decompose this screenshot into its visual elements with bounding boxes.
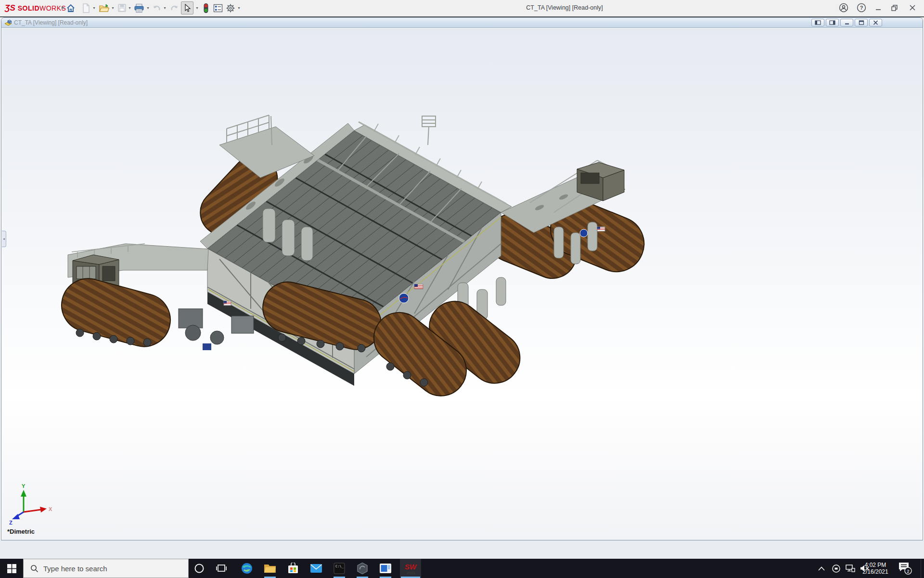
- collapse-left-pane-button[interactable]: [811, 19, 824, 26]
- chevron-up-icon: [818, 566, 825, 571]
- taskbar-app-remote-window[interactable]: [375, 559, 396, 578]
- triad-x-label: X: [49, 506, 52, 512]
- undo-icon: [152, 4, 162, 13]
- tray-network-button[interactable]: [843, 559, 858, 578]
- open-dropdown[interactable]: ▾: [111, 6, 115, 11]
- select-dropdown[interactable]: ▾: [195, 6, 199, 11]
- solidworks-app-icon: SW 2021: [403, 561, 418, 576]
- new-document-button[interactable]: [80, 1, 92, 14]
- home-button[interactable]: [64, 1, 77, 14]
- options-button[interactable]: [224, 1, 237, 14]
- doc-restore-icon: [859, 20, 864, 25]
- svg-text:C:\_: C:\_: [335, 565, 344, 568]
- triad-z-label: Z: [9, 520, 13, 525]
- select-button[interactable]: [181, 1, 193, 14]
- restore-button[interactable]: [887, 1, 901, 14]
- task-view-button[interactable]: [211, 559, 232, 578]
- tray-chevron-button[interactable]: [814, 559, 829, 578]
- taskbar-app-command-prompt[interactable]: C:\_: [329, 559, 350, 578]
- new-document-dropdown[interactable]: ▾: [92, 6, 96, 11]
- clock-time: 4:02 PM: [865, 562, 886, 568]
- graphics-viewport[interactable]: Y X Z *Dimetric ◂: [2, 28, 922, 540]
- app-titlebar: ƷS SOLID WORKS ▸ ▾ ▾: [0, 0, 924, 16]
- top-ladder: [422, 116, 436, 145]
- cortana-icon: [194, 563, 205, 574]
- search-icon: [30, 565, 38, 573]
- pane-right-icon: [829, 20, 835, 25]
- clock-date: 2/16/2021: [862, 568, 888, 575]
- taskbar-app-solidworks[interactable]: SW 2021: [400, 559, 421, 578]
- collapse-right-pane-button[interactable]: [826, 19, 839, 26]
- document-titlebar[interactable]: CT_TA [Viewing] [Read-only]: [1, 18, 923, 28]
- properties-list-icon: [213, 4, 223, 13]
- svg-text:?: ?: [860, 5, 863, 11]
- open-button[interactable]: [98, 1, 110, 14]
- privacy-circle-icon: [832, 564, 841, 573]
- tray-privacy-button[interactable]: [829, 559, 843, 578]
- close-button[interactable]: [905, 1, 920, 14]
- hexagon-app-icon: [356, 562, 369, 575]
- microsoft-store-icon: [287, 563, 299, 574]
- redo-button[interactable]: [168, 1, 180, 14]
- rebuild-button[interactable]: [200, 1, 212, 14]
- undo-button[interactable]: [151, 1, 163, 14]
- taskbar-app-store[interactable]: [282, 559, 304, 578]
- start-button[interactable]: [0, 559, 23, 578]
- redo-icon: [169, 4, 179, 13]
- help-button[interactable]: ?: [854, 1, 869, 14]
- save-button[interactable]: [116, 1, 128, 14]
- save-icon: [117, 3, 127, 13]
- edge-icon: [241, 562, 253, 575]
- task-view-icon: [216, 564, 227, 573]
- document-window: CT_TA [Viewing] [Read-only]: [1, 17, 923, 540]
- doc-minimize-button[interactable]: [840, 19, 853, 26]
- taskbar-app-hexagon[interactable]: [352, 559, 373, 578]
- home-icon: [66, 3, 76, 13]
- minimize-button[interactable]: [871, 1, 886, 14]
- nasa-meatball-decal: [399, 293, 409, 303]
- notification-icon: 2: [898, 562, 912, 575]
- notification-center-button[interactable]: 2: [894, 559, 915, 578]
- model-scene: Y X Z: [2, 28, 922, 540]
- save-dropdown[interactable]: ▾: [128, 6, 132, 11]
- taskbar-app-file-explorer[interactable]: [259, 559, 281, 578]
- undo-dropdown[interactable]: ▾: [163, 6, 167, 11]
- svg-text:SW: SW: [405, 563, 417, 571]
- taskbar-search[interactable]: [23, 559, 189, 578]
- print-dropdown[interactable]: ▾: [146, 6, 150, 11]
- traffic-light-icon: [203, 3, 209, 13]
- notification-badge: 2: [907, 568, 909, 574]
- account-icon: [839, 3, 848, 13]
- taskbar: C:\_ SW 2021: [0, 559, 924, 578]
- us-flag-decal-se: [414, 284, 423, 289]
- file-properties-button[interactable]: [212, 1, 224, 14]
- search-input[interactable]: [43, 565, 173, 573]
- cortana-button[interactable]: [189, 559, 210, 578]
- account-button[interactable]: [836, 1, 851, 14]
- show-desktop-strip[interactable]: [921, 559, 924, 578]
- taskbar-app-mail[interactable]: [306, 559, 327, 578]
- crawler-transporter-model[interactable]: [56, 115, 653, 406]
- gear-icon: [226, 3, 235, 13]
- orientation-triad[interactable]: Y X Z: [9, 483, 52, 525]
- tray-clock[interactable]: 4:02 PM 2/16/2021: [860, 559, 891, 578]
- print-button[interactable]: [133, 1, 145, 14]
- dassault-mark-icon: ƷS: [5, 3, 15, 13]
- options-dropdown[interactable]: ▾: [237, 6, 241, 11]
- remote-window-icon: [379, 563, 392, 574]
- doc-minimize-icon: [844, 20, 850, 25]
- close-icon: [909, 4, 916, 11]
- doc-close-icon: [873, 20, 878, 25]
- windows-logo-icon: [7, 564, 16, 573]
- doc-restore-button[interactable]: [855, 19, 868, 26]
- open-icon: [99, 3, 109, 13]
- triad-y-label: Y: [22, 483, 26, 489]
- svg-text:2021: 2021: [407, 571, 415, 575]
- select-cursor-icon: [183, 4, 191, 13]
- us-flag-decal-front: [224, 301, 231, 305]
- doc-close-button[interactable]: [869, 19, 882, 26]
- collapsed-pane-tab[interactable]: ◂: [2, 231, 6, 247]
- taskbar-app-edge[interactable]: [236, 559, 257, 578]
- assembly-icon: [4, 19, 13, 27]
- command-prompt-icon: C:\_: [334, 563, 345, 574]
